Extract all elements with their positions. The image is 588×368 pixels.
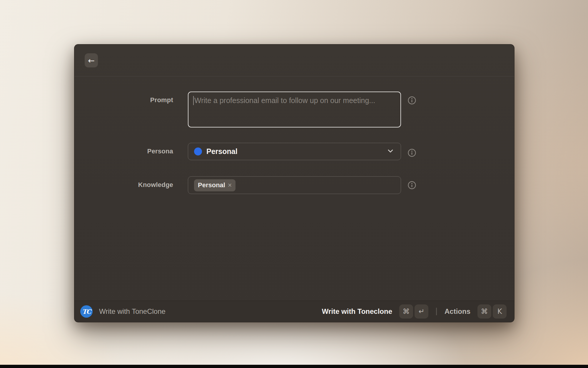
prompt-textarea[interactable]: Write a professional email to follow up … (188, 92, 401, 127)
status-bar: TC Write with ToneClone Write with Tonec… (74, 301, 514, 322)
knowledge-tag: Personal × (194, 179, 235, 191)
text-cursor (193, 96, 194, 105)
k-keycap: K (493, 304, 507, 319)
persona-value: Personal (206, 147, 238, 156)
knowledge-tag-label: Personal (198, 181, 225, 189)
cmd-keycap: ⌘ (399, 304, 413, 319)
info-icon[interactable] (407, 181, 416, 190)
knowledge-field[interactable]: Personal × (188, 176, 401, 194)
chevron-down-icon (387, 149, 394, 154)
toneclone-window: ← Prompt Write a professional email to f… (74, 44, 514, 322)
info-icon[interactable] (407, 148, 416, 157)
back-button[interactable]: ← (85, 53, 98, 67)
footer-actions: Write with Toneclone ⌘ ↵ Actions ⌘ K (322, 304, 507, 319)
return-keycap: ↵ (415, 304, 428, 319)
primary-action-button[interactable]: Write with Toneclone (322, 307, 392, 316)
persona-color-dot (194, 147, 202, 155)
actions-menu-button[interactable]: Actions (445, 307, 470, 316)
info-icon[interactable] (407, 96, 416, 105)
footer-divider (436, 308, 437, 315)
footer-app-title: Write with ToneClone (99, 307, 166, 316)
back-arrow-icon: ← (88, 56, 95, 65)
footer-app-info: TC Write with ToneClone (80, 305, 166, 318)
prompt-placeholder: Write a professional email to follow up … (194, 96, 375, 105)
toneclone-logo-icon: TC (80, 305, 93, 318)
persona-dropdown[interactable]: Personal (188, 143, 401, 160)
remove-tag-icon[interactable]: × (228, 182, 232, 189)
knowledge-label: Knowledge (74, 181, 173, 189)
cmd-keycap: ⌘ (477, 304, 491, 319)
prompt-label: Prompt (74, 96, 173, 104)
window-header: ← (74, 44, 514, 77)
persona-label: Persona (74, 147, 173, 155)
screen-bottom-strip (0, 365, 588, 368)
